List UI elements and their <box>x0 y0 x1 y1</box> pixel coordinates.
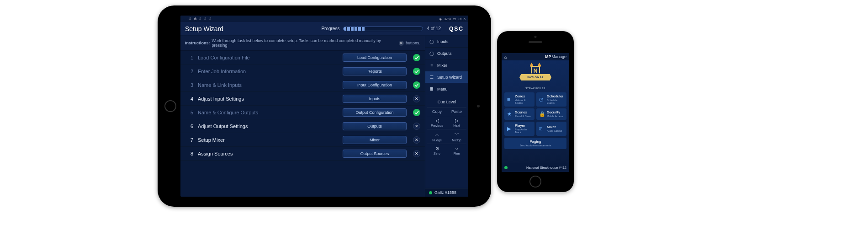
sidebar: ◯Inputs◯Outputs≡Mixer☰Setup Wizard≣Menu … <box>425 36 468 197</box>
progress-count: 4 of 12 <box>427 26 441 31</box>
statusbar-icon: ✻ <box>194 17 197 21</box>
nav-item-outputs[interactable]: ◯Outputs <box>425 48 468 59</box>
check-icon[interactable] <box>413 54 420 61</box>
close-icon[interactable]: ✕ <box>413 123 420 130</box>
close-icon[interactable]: ✕ <box>413 150 420 157</box>
wifi-icon: ◈ <box>439 17 442 21</box>
task-label: Adjust Input Settings <box>198 96 343 102</box>
tile-scenes[interactable]: ★ScenesRecall & Save <box>504 108 535 120</box>
nav-icon: ◯ <box>429 51 434 56</box>
nav-label: Setup Wizard <box>437 75 462 80</box>
session-indicator: Grillz #1558 <box>425 188 468 197</box>
tile-icon: 🔒 <box>539 111 545 117</box>
page-title: Setup Wizard <box>185 25 223 32</box>
task-action-button[interactable]: Inputs <box>343 95 407 103</box>
paste-button[interactable]: Paste <box>447 107 466 116</box>
task-label: Name & Link Inputs <box>198 82 343 88</box>
status-bar: ⋯ ⇩ ✻ ⇩ ⇩ ⇩ ◈ 37% ▭ 8:35 <box>180 16 468 22</box>
task-row: 3Name & Link InputsInput Configuration <box>180 78 425 92</box>
nav-label: Menu <box>437 87 448 91</box>
cue-level-button[interactable]: Cue Level <box>427 97 466 107</box>
tile-icon: ⎚ <box>539 126 545 131</box>
zero-button[interactable]: ⊘Zero <box>427 144 447 157</box>
task-row: 5Name & Configure OutputsOutput Configur… <box>180 106 425 119</box>
home-icon[interactable]: ⌂ <box>504 54 507 59</box>
fine-icon: ○ <box>455 146 458 151</box>
tile-scheduler[interactable]: ◷SchedulerSchedule Events <box>536 92 566 107</box>
nav-item-inputs[interactable]: ◯Inputs <box>425 36 468 48</box>
task-number: 8 <box>185 151 193 156</box>
copy-button[interactable]: Copy <box>427 107 447 116</box>
task-number: 7 <box>185 137 193 143</box>
tile-paging[interactable]: PagingSend Audio Announcements <box>504 138 566 150</box>
nudge-up-button[interactable]: ︿Nudge <box>427 129 447 144</box>
tile-subtitle: Schedule Events <box>547 99 564 104</box>
fine-button[interactable]: ○Fine <box>447 144 466 157</box>
tile-mixer[interactable]: ⎚MixerAudio Control <box>536 122 566 136</box>
check-icon[interactable] <box>413 81 420 89</box>
venue-logo: N NATIONAL STEAKHOUSE <box>519 64 552 90</box>
task-action-button[interactable]: Reports <box>343 67 407 75</box>
progress-bar <box>343 27 423 31</box>
nav-label: Outputs <box>437 51 452 56</box>
check-icon[interactable] <box>413 68 420 75</box>
task-action-button[interactable]: Outputs <box>343 122 407 130</box>
nav-label: Mixer <box>437 63 447 68</box>
tile-title: Paging <box>530 140 541 144</box>
statusbar-menu-icon: ⋯ <box>183 17 187 21</box>
tile-zones[interactable]: ≡ZonesVolume & Source <box>504 92 535 107</box>
task-action-button[interactable]: Output Configuration <box>343 108 407 117</box>
battery-pct: 37% <box>444 17 451 21</box>
tile-icon: ◷ <box>539 97 545 102</box>
phone-footer: National Steakhouse #412 <box>502 163 569 172</box>
statusbar-icon: ⇩ <box>199 17 202 21</box>
ipad-device: ⋯ ⇩ ✻ ⇩ ⇩ ⇩ ◈ 37% ▭ 8:35 Setup Wizard Pr… <box>158 5 491 207</box>
instructions-bar: Instructions: Work through task list bel… <box>180 36 425 51</box>
task-action-button[interactable]: Mixer <box>343 136 407 144</box>
statusbar-icon: ⇩ <box>189 17 192 21</box>
previous-icon: ◁ <box>435 118 439 123</box>
tile-title: Mixer <box>547 125 562 129</box>
task-action-button[interactable]: Input Configuration <box>343 81 407 89</box>
nav-icon: ≡ <box>429 63 434 68</box>
tile-subtitle: Volume & Source <box>515 99 532 104</box>
iphone-device: ⌂ MPManage N NATIONAL STEAKHOUSE ≡ZonesV… <box>497 31 574 192</box>
iphone-home-button[interactable] <box>529 176 541 188</box>
task-number: 5 <box>185 110 193 115</box>
tile-title: Scheduler <box>547 95 564 99</box>
app-header: Setup Wizard Progress 4 of 12 QSC <box>180 22 468 36</box>
tile-subtitle: Send Audio Announcements <box>519 144 551 147</box>
close-icon[interactable]: ✕ <box>413 136 420 144</box>
task-number: 2 <box>185 69 193 74</box>
close-icon: ✕ <box>399 41 404 46</box>
tile-icon: ▶ <box>507 126 513 132</box>
iphone-screen: ⌂ MPManage N NATIONAL STEAKHOUSE ≡ZonesV… <box>502 53 569 172</box>
nav-icon: ☰ <box>429 75 434 80</box>
nav-item-setup-wizard[interactable]: ☰Setup Wizard <box>425 71 468 83</box>
ipad-home-button[interactable] <box>164 100 176 112</box>
task-action-button[interactable]: Output Sources <box>343 150 407 158</box>
tile-player[interactable]: ▶PlayerPlay Audio Track <box>504 122 535 136</box>
tile-title: Player <box>515 124 532 128</box>
nav-item-mixer[interactable]: ≡Mixer <box>425 59 468 71</box>
task-label: Assign Sources <box>198 151 343 156</box>
tile-security[interactable]: 🔒SecurityMobile Access <box>536 108 566 120</box>
nav-item-menu[interactable]: ≣Menu <box>425 83 468 95</box>
nudge-down-button[interactable]: ﹀Nudge <box>447 129 466 144</box>
task-row: 7Setup MixerMixer✕ <box>180 133 425 147</box>
tile-title: Scenes <box>515 111 531 115</box>
tile-subtitle: Play Audio Track <box>515 128 532 134</box>
task-label: Enter Job Information <box>198 69 343 74</box>
iphone-camera <box>535 36 537 38</box>
task-action-button[interactable]: Load Configuration <box>343 54 407 62</box>
iphone-speaker <box>529 41 542 43</box>
task-row: 6Adjust Output SettingsOutputs✕ <box>180 119 425 133</box>
status-dot-icon <box>429 191 432 194</box>
next-button[interactable]: ▷Next <box>447 116 466 129</box>
previous-button[interactable]: ◁Previous <box>427 116 447 129</box>
next-icon: ▷ <box>455 118 459 123</box>
tile-title: Zones <box>515 95 532 99</box>
close-icon[interactable]: ✕ <box>413 95 420 102</box>
statusbar-icon: ⇩ <box>204 17 207 21</box>
check-icon[interactable] <box>413 109 420 116</box>
